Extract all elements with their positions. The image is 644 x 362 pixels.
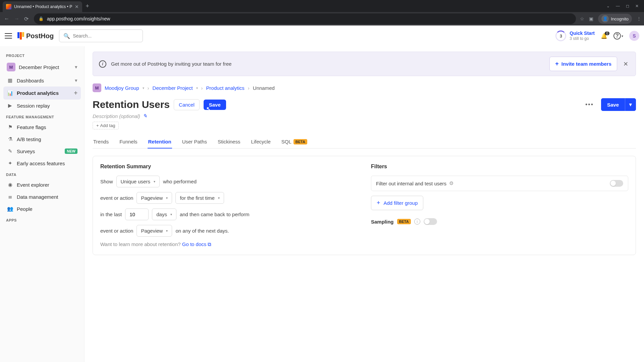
maximize-icon[interactable]: ◻: [626, 4, 629, 8]
sidebar-item-data-management[interactable]: ≣ Data management: [3, 191, 81, 203]
docs-link[interactable]: Go to docs ⧉: [182, 241, 212, 247]
tab-trends[interactable]: Trends: [93, 135, 109, 148]
sidebar-item-product-analytics[interactable]: 📊 Product analytics +: [3, 86, 81, 100]
reload-icon[interactable]: ⟳: [24, 16, 29, 22]
notifications-badge: 0: [605, 32, 609, 35]
incognito-indicator[interactable]: 👤 Incognito: [598, 14, 632, 24]
cancel-button[interactable]: Cancel: [174, 99, 200, 110]
plus-icon: +: [96, 123, 99, 128]
breadcrumb-project[interactable]: December Project: [153, 85, 193, 91]
info-icon[interactable]: i: [414, 219, 420, 225]
plus-icon: +: [555, 60, 559, 67]
browser-menu-icon[interactable]: ⋮: [637, 16, 641, 21]
url-input[interactable]: 🔒 app.posthog.com/insights/new: [34, 13, 576, 24]
sidebar-item-surveys[interactable]: ✎ Surveys NEW: [3, 145, 81, 157]
breadcrumb-section[interactable]: Product analytics: [206, 85, 245, 91]
info-icon: i: [99, 60, 106, 68]
tab-funnels[interactable]: Funnels: [119, 135, 138, 148]
save-inline-button[interactable]: Save ↖: [204, 100, 226, 110]
add-filter-group-button[interactable]: + Add filter group: [371, 196, 423, 210]
period-unit-dropdown[interactable]: days ▾: [152, 208, 176, 220]
more-options-button[interactable]: •••: [582, 99, 597, 110]
tab-close-icon[interactable]: ✕: [75, 4, 79, 9]
invite-team-button[interactable]: + Invite team members: [549, 57, 617, 71]
save-dropdown-button[interactable]: ▾: [625, 98, 636, 111]
tab-lifecycle[interactable]: Lifecycle: [250, 135, 271, 148]
window-controls: ⌄ ― ◻ ✕: [606, 4, 641, 8]
gear-icon[interactable]: ⚙: [449, 180, 453, 186]
user-avatar[interactable]: S: [629, 31, 639, 41]
bookmark-icon[interactable]: ☆: [580, 16, 584, 21]
sidebar-item-dashboards[interactable]: ▦ Dashboards ▾: [3, 74, 81, 86]
sidebar-item-feature-flags[interactable]: ⚑ Feature flags: [3, 121, 81, 133]
posthog-logo[interactable]: PostHog: [17, 32, 54, 40]
tab-title: Unnamed • Product analytics • P: [14, 4, 72, 9]
sampling-row: Sampling BETA i: [371, 218, 628, 225]
minimize-icon[interactable]: ―: [616, 4, 620, 8]
new-tab-button[interactable]: +: [82, 3, 93, 10]
notifications-button[interactable]: 🔔 0: [601, 33, 607, 39]
tab-user-paths[interactable]: User Paths: [181, 135, 208, 148]
help-button[interactable]: ? ▾: [613, 32, 623, 40]
docs-prompt: Want to learn more about retention? Go t…: [100, 241, 358, 247]
breadcrumb: M Moodjoy Group ▾ › December Project ▾ ›…: [93, 83, 636, 92]
sidebar-item-early-access[interactable]: ✦ Early access features: [3, 157, 81, 169]
forward-icon: →: [14, 16, 19, 22]
search-field[interactable]: [73, 33, 139, 39]
org-badge: M: [93, 83, 101, 92]
breadcrumb-org[interactable]: Moodjoy Group: [105, 85, 139, 91]
caret-down-icon: ▾: [75, 64, 77, 70]
first-time-dropdown[interactable]: for the first time ▾: [175, 192, 224, 204]
incognito-icon: 👤: [601, 15, 609, 22]
caret-down-icon: ▾: [218, 196, 220, 200]
extensions-icon[interactable]: ▣: [589, 16, 593, 21]
retention-summary-column: Retention Summary Show Unique users ▾ wh…: [100, 164, 358, 247]
save-button[interactable]: Save: [601, 98, 625, 111]
period-count-input[interactable]: [125, 208, 149, 220]
tab-stickiness[interactable]: Stickiness: [217, 135, 241, 148]
sampling-toggle[interactable]: [424, 218, 437, 225]
breadcrumb-current: Unnamed: [253, 85, 275, 91]
chevron-right-icon: ›: [148, 85, 149, 91]
caret-down-icon: ▾: [622, 34, 623, 38]
sidebar-item-people[interactable]: 👥 People: [3, 203, 81, 215]
banner-close-icon[interactable]: ✕: [622, 60, 630, 68]
section-label-project: PROJECT: [3, 50, 81, 60]
help-icon: ?: [613, 32, 621, 40]
tab-retention[interactable]: Retention: [148, 135, 172, 148]
sidebar-item-ab-testing[interactable]: ⚗ A/B testing: [3, 133, 81, 145]
search-input[interactable]: 🔍: [59, 29, 143, 42]
insight-tabs: Trends Funnels Retention User Paths Stic…: [93, 135, 636, 148]
close-window-icon[interactable]: ✕: [635, 4, 639, 8]
analytics-icon: 📊: [7, 90, 13, 96]
tab-sql[interactable]: SQL BETA: [281, 135, 308, 148]
plus-icon[interactable]: +: [74, 89, 77, 97]
page-title[interactable]: Retention Users: [93, 99, 170, 110]
beta-badge: BETA: [397, 219, 411, 224]
section-label-data: DATA: [3, 169, 81, 179]
event2-dropdown[interactable]: Pageview ▾: [137, 225, 172, 237]
quickstart-subtitle: 3 still to go: [570, 36, 595, 41]
description-field[interactable]: Description (optional) ✎: [93, 113, 636, 119]
caret-down-icon[interactable]: ▾: [196, 86, 198, 90]
main-content: i Get more out of PostHog by inviting yo…: [85, 25, 644, 362]
flask-icon: ⚗: [7, 136, 13, 142]
sidebar-item-session-replay[interactable]: ▶ Session replay: [3, 100, 81, 112]
quickstart-widget[interactable]: 3 Quick Start 3 still to go: [555, 31, 595, 41]
menu-toggle-icon[interactable]: [5, 33, 12, 39]
browser-tab[interactable]: Unnamed • Product analytics • P ✕: [3, 1, 82, 12]
save-split-button: Save ▾: [601, 98, 636, 111]
sparkle-icon: ✦: [7, 160, 13, 166]
caret-down-icon[interactable]: ▾: [143, 86, 144, 90]
event1-dropdown[interactable]: Pageview ▾: [137, 192, 172, 204]
back-icon[interactable]: ←: [4, 16, 9, 22]
internal-users-toggle[interactable]: [610, 180, 623, 187]
chevron-down-icon[interactable]: ⌄: [606, 4, 610, 8]
sidebar-project-selector[interactable]: M December Project ▾: [3, 60, 81, 74]
sidebar-item-event-explorer[interactable]: ◉ Event explorer: [3, 179, 81, 191]
caret-down-icon: ▾: [166, 196, 168, 200]
show-dropdown[interactable]: Unique users ▾: [116, 176, 160, 187]
chevron-right-icon: ›: [248, 85, 250, 91]
database-icon: ≣: [7, 194, 13, 200]
add-tag-button[interactable]: + Add tag: [93, 122, 119, 129]
